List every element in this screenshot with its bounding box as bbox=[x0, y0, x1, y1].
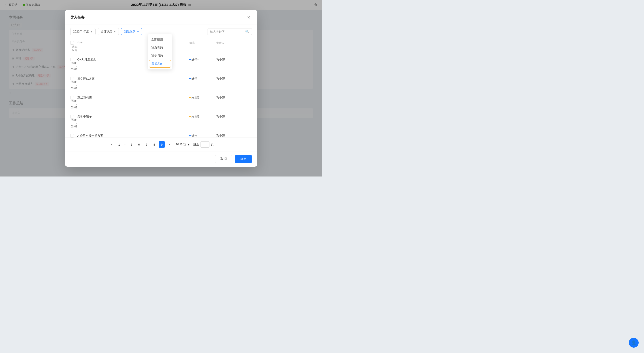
page-5-button[interactable]: 5 bbox=[128, 141, 134, 148]
status-badge: 进行中 bbox=[189, 58, 200, 62]
time-cell: 03/03 - 03/03 bbox=[70, 81, 78, 90]
status-col-header: 状态 bbox=[189, 41, 216, 45]
pagination: ‹ 1 ··· 5 6 7 8 9 › 10 条/页 ▼ 跳至 页 bbox=[65, 138, 257, 151]
page-suffix-label: 页 bbox=[211, 142, 214, 147]
page-1-button[interactable]: 1 bbox=[116, 141, 122, 148]
import-task-modal: 导入任务 ✕ 2022年 年度 ▼ 全部状态 ▼ 我派发的 ▼ 🔍 bbox=[65, 10, 257, 167]
per-page-select[interactable]: 10 条/页 ▼ bbox=[176, 142, 190, 147]
next-page-button[interactable]: › bbox=[166, 141, 172, 148]
cancel-button[interactable]: 取消 bbox=[215, 155, 232, 163]
status-filter-arrow: ▼ bbox=[114, 31, 116, 33]
row-checkbox[interactable] bbox=[70, 58, 78, 61]
modal-close-button[interactable]: ✕ bbox=[246, 14, 252, 21]
status-cell: 未接受 bbox=[189, 115, 216, 119]
checkbox-col-header bbox=[70, 41, 78, 45]
time-cell: 03/03 - 03/03 bbox=[70, 100, 78, 109]
status-badge: 进行中 bbox=[189, 134, 200, 138]
dropdown-item-mine[interactable]: 我负责的 bbox=[148, 44, 172, 52]
year-filter-arrow: ▼ bbox=[90, 31, 93, 33]
assignee-cell: 马小娜 bbox=[216, 96, 252, 100]
page-dots: ··· bbox=[124, 143, 127, 146]
search-icon: 🔍 bbox=[245, 30, 249, 33]
time-cell: 03/03 - 03/03 bbox=[70, 62, 78, 71]
task-name-cell: 双12宣传图 bbox=[78, 96, 167, 100]
page-7-button[interactable]: 7 bbox=[144, 141, 150, 148]
status-dot bbox=[189, 59, 191, 60]
search-box[interactable]: 🔍 bbox=[207, 28, 252, 35]
scope-filter-label: 我派发的 bbox=[124, 30, 136, 34]
scope-filter-arrow: ▼ bbox=[137, 31, 139, 33]
assignee-cell: 马小娜 bbox=[216, 134, 252, 138]
table-row: 双12宣传图 未接受 马小娜 03/03 - 03/03 bbox=[70, 93, 252, 112]
scope-dropdown-menu: 全部范围 我负责的 我参与的 我派发的 bbox=[148, 34, 172, 70]
modal-overlay: 导入任务 ✕ 2022年 年度 ▼ 全部状态 ▼ 我派发的 ▼ 🔍 bbox=[0, 0, 322, 177]
status-badge: 进行中 bbox=[189, 77, 200, 81]
confirm-button[interactable]: 确定 bbox=[235, 155, 252, 163]
scope-filter[interactable]: 我派发的 ▼ bbox=[121, 28, 142, 35]
status-cell: 进行中 bbox=[189, 134, 216, 138]
modal-title: 导入任务 bbox=[70, 15, 84, 20]
search-input[interactable] bbox=[210, 30, 244, 33]
jump-input[interactable] bbox=[200, 141, 210, 148]
time-col-header: 起止时间 bbox=[70, 45, 78, 53]
status-cell: 进行中 bbox=[189, 58, 216, 62]
assignee-cell: 马小娜 bbox=[216, 77, 252, 81]
per-page-arrow: ▼ bbox=[187, 143, 190, 146]
prev-page-button[interactable]: ‹ bbox=[108, 141, 114, 148]
dropdown-item-participated[interactable]: 我参与的 bbox=[148, 52, 172, 60]
status-badge: 未接受 bbox=[189, 115, 200, 119]
status-filter[interactable]: 全部状态 ▼ bbox=[98, 28, 119, 35]
status-cell: 未接受 bbox=[189, 96, 216, 100]
close-icon: ✕ bbox=[247, 15, 250, 20]
status-cell: 进行中 bbox=[189, 77, 216, 81]
dropdown-item-all[interactable]: 全部范围 bbox=[148, 35, 172, 44]
per-page-label: 10 条/页 bbox=[176, 142, 186, 147]
status-dot bbox=[189, 135, 191, 136]
status-badge: 未接受 bbox=[189, 96, 200, 100]
status-dot bbox=[189, 97, 191, 98]
year-filter[interactable]: 2022年 年度 ▼ bbox=[70, 28, 96, 35]
year-filter-label: 2022年 年度 bbox=[73, 30, 89, 34]
dropdown-item-dispatched[interactable]: 我派发的 bbox=[149, 60, 171, 68]
jump-label: 跳至 bbox=[193, 142, 199, 147]
row-checkbox[interactable] bbox=[70, 96, 78, 100]
jump-to-section: 跳至 页 bbox=[193, 141, 214, 148]
status-dot bbox=[189, 78, 191, 79]
task-name-cell: 360 评估方案 bbox=[78, 77, 167, 81]
assignee-col-header: 负责人 bbox=[216, 41, 252, 45]
row-checkbox[interactable] bbox=[70, 134, 78, 138]
task-name-cell: A 公司对接一期方案 bbox=[78, 134, 167, 138]
page-8-button[interactable]: 8 bbox=[151, 141, 157, 148]
table-row: A 公司对接一期方案 进行中 马小娜 03/03 - 03/03 bbox=[70, 131, 252, 138]
select-all-checkbox[interactable] bbox=[70, 41, 74, 45]
time-cell: 03/03 - 03/03 bbox=[70, 119, 78, 128]
table-row: 采购申请单 未接受 马小娜 03/03 - 03/03 bbox=[70, 112, 252, 131]
page-6-button[interactable]: 6 bbox=[136, 141, 142, 148]
row-checkbox[interactable] bbox=[70, 77, 78, 80]
table-row: 360 评估方案 进行中 马小娜 03/03 - 03/03 bbox=[70, 74, 252, 93]
status-dot bbox=[189, 116, 191, 117]
modal-header: 导入任务 ✕ bbox=[65, 10, 257, 25]
row-checkbox[interactable] bbox=[70, 115, 78, 119]
assignee-cell: 马小娜 bbox=[216, 58, 252, 62]
page-9-button[interactable]: 9 bbox=[159, 141, 165, 148]
status-filter-label: 全部状态 bbox=[101, 30, 112, 34]
modal-footer: 取消 确定 bbox=[65, 151, 257, 167]
task-name-cell: 采购申请单 bbox=[78, 115, 167, 119]
assignee-cell: 马小娜 bbox=[216, 115, 252, 119]
